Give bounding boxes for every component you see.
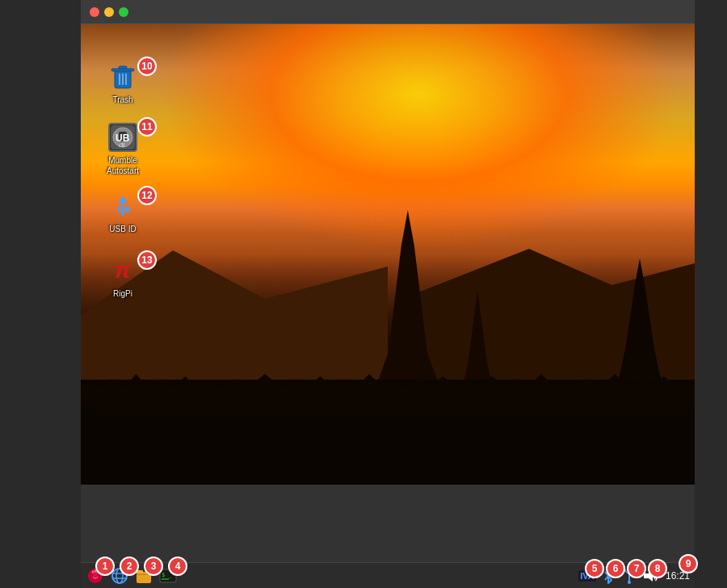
annotation-badge-7: 7 (627, 559, 646, 578)
svg-point-38 (628, 581, 631, 584)
rigpi-icon-symbol: π (115, 258, 131, 284)
mumble-icon-img: UB LE (108, 123, 137, 152)
mumble-icon: UB LE (107, 121, 139, 153)
svg-point-23 (92, 570, 95, 573)
taskbar-right-area: IVA 5 6 7 (574, 567, 695, 585)
svg-text:UB: UB (116, 132, 130, 144)
usb-icon (107, 190, 139, 222)
annotation-badge-5: 5 (585, 559, 604, 578)
mountain-left (81, 218, 388, 380)
annotation-badge-2: 2 (120, 556, 139, 576)
mumble-label: Mumble Autostart (107, 155, 139, 176)
taskbar: 1 2 3 (81, 562, 695, 588)
rigpi-icon: π (107, 254, 139, 287)
window-controls (87, 7, 131, 17)
trash-label: Trash (112, 94, 132, 105)
maximize-button[interactable] (119, 7, 128, 17)
trash-icon (107, 61, 139, 93)
annotation-badge-13: 13 (137, 250, 157, 270)
svg-rect-15 (118, 208, 123, 212)
annotation-badge-11: 11 (137, 117, 157, 136)
annotation-badge-3: 3 (144, 556, 163, 576)
svg-rect-2 (119, 66, 127, 69)
annotation-badge-9: 9 (679, 554, 698, 573)
taskbar-raspberry-button[interactable]: 1 (84, 565, 107, 587)
usbid-label: USB ID (109, 224, 136, 234)
svg-text:LE: LE (119, 143, 125, 148)
close-button[interactable] (90, 7, 99, 17)
annotation-badge-8: 8 (648, 559, 667, 578)
annotation-badge-12: 12 (137, 186, 157, 205)
annotation-badge-1: 1 (95, 556, 115, 576)
sidebar-decoration (0, 0, 81, 588)
svg-marker-14 (118, 196, 128, 203)
annotation-badge-4: 4 (168, 556, 187, 576)
taskbar-iva-button[interactable]: IVA 5 (578, 567, 596, 585)
taskbar-left-area: 1 2 3 (81, 565, 183, 587)
trash-icon-svg (108, 62, 137, 91)
rightbar-decoration (695, 0, 727, 588)
desktop-background: Trash 10 UB LE Mu (81, 24, 695, 485)
minimize-button[interactable] (104, 7, 114, 17)
window-chrome (81, 0, 695, 24)
desktop-container: Trash 10 UB LE Mu (0, 0, 727, 588)
rigpi-label: RigPi (113, 288, 132, 299)
annotation-badge-10: 10 (137, 57, 157, 76)
annotation-badge-6: 6 (606, 559, 625, 578)
